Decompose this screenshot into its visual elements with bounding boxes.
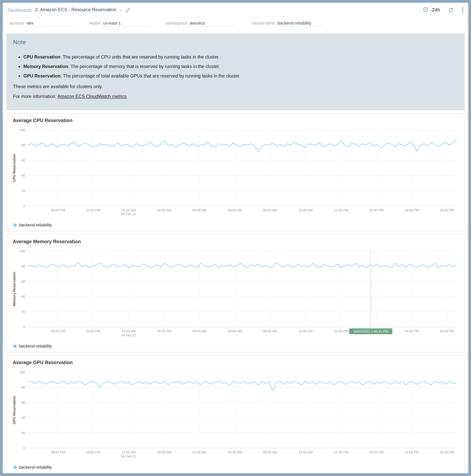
svg-text:08:00 AM: 08:00 AM [263,329,277,333]
legend-label: backend-reliability [19,465,52,470]
note-panel: Note CPU Reservation: The percentage of … [6,34,465,110]
series-color-dot [13,223,16,227]
note-link-prefix: For more information: [13,94,58,99]
svg-text:04:00 PM: 04:00 PM [405,208,419,212]
legend-item-cpu[interactable]: backend-reliability [10,221,461,229]
filter-namespace: namespace aws/ecs [165,21,237,27]
chart-title-memory: Average Memory Reservation [13,239,461,244]
svg-text:06:00 AM: 06:00 AM [228,208,242,212]
svg-text:02:00 AM: 02:00 AM [157,208,171,212]
svg-text:80: 80 [21,264,25,268]
svg-text:06:00 AM: 06:00 AM [228,329,242,333]
legend-label: backend-reliability [19,344,52,349]
filter-clustername-value[interactable]: backend-reliability [277,21,325,27]
legend-label: backend-reliability [19,223,52,228]
svg-text:04:00 PM: 04:00 PM [405,329,419,333]
note-bullet-cpu: CPU Reservation: The percentage of CPU u… [23,54,458,60]
cpu-reservation-chart[interactable]: 02040608010008:00 PM10:00 PM12:00 AM04 F… [10,126,461,221]
share-link-icon[interactable] [125,7,130,13]
svg-text:20: 20 [21,431,25,435]
svg-text:08:00 PM: 08:00 PM [51,450,65,454]
clock-icon [423,7,428,13]
svg-text:0: 0 [23,446,25,450]
svg-text:40: 40 [21,295,25,299]
svg-text:06:00 PM: 06:00 PM [440,208,454,212]
svg-text:60: 60 [21,158,25,162]
filter-account: account dev [9,21,74,27]
svg-text:12:00 AM: 12:00 AM [122,329,136,333]
filter-region: region us-east-1 [89,21,150,27]
time-range-value[interactable]: -24h [430,7,440,13]
legend-item-gpu[interactable]: backend-reliability [10,463,461,471]
svg-text:10:00 PM: 10:00 PM [86,329,100,333]
svg-text:06:00 PM: 06:00 PM [440,329,454,333]
svg-text:02:00 PM: 02:00 PM [369,450,384,454]
svg-text:10:00 AM: 10:00 AM [299,329,313,333]
svg-text:20: 20 [21,189,25,193]
svg-text:12:00 AM: 12:00 AM [122,450,136,454]
svg-text:40: 40 [21,174,25,178]
svg-text:04 Feb 21: 04 Feb 21 [121,212,136,216]
note-bullet-list: CPU Reservation: The percentage of CPU u… [13,54,458,79]
svg-text:04:00 AM: 04:00 AM [192,208,206,212]
filter-label: namespace [165,21,187,26]
gpu-reservation-chart[interactable]: 02040608010008:00 PM10:00 PM12:00 AM04 F… [10,369,461,463]
svg-text:CPU Reservation: CPU Reservation [12,154,16,182]
svg-text:10:00 AM: 10:00 AM [299,450,313,454]
svg-text:40: 40 [21,416,25,420]
chevron-down-icon[interactable] [119,7,122,13]
svg-text:04:00 PM: 04:00 PM [405,450,419,454]
breadcrumb[interactable]: Dashboards [8,7,32,13]
svg-text:04 Feb 21: 04 Feb 21 [121,333,136,337]
legend-item-memory[interactable]: backend-reliability [10,342,461,350]
svg-text:GPU Reservation: GPU Reservation [12,396,16,424]
filter-label: account [9,21,24,26]
svg-text:04:00 AM: 04:00 AM [192,329,206,333]
dashboard-title-dropdown[interactable]: 2. Amazon ECS - Resource Reservation [35,7,122,13]
svg-text:12:00 PM: 12:00 PM [334,450,348,454]
filter-label: clustername [252,21,275,26]
svg-text:08:00 PM: 08:00 PM [51,329,65,333]
svg-text:20: 20 [21,310,25,314]
svg-text:02:00 AM: 02:00 AM [157,450,171,454]
filter-region-value[interactable]: us-east-1 [103,21,150,27]
chart-title-cpu: Average CPU Reservation [13,118,461,123]
cloudwatch-metrics-link[interactable]: Amazon ECS CloudWatch metrics [58,94,127,99]
time-range-picker[interactable]: -24h [423,7,440,13]
svg-text:100: 100 [20,249,25,253]
note-bullet-memory: Memory Reservation: The percentage of me… [23,63,458,69]
memory-reservation-chart[interactable]: 02040608010008:00 PM10:00 PM12:00 AM04 F… [10,247,461,342]
cpu-reservation-panel: Average CPU Reservation 02040608010008:0… [6,113,465,231]
note-bullet-gpu: GPU Reservation: The percentage of total… [23,72,458,79]
filter-label: region [89,21,100,26]
svg-text:0: 0 [23,204,25,208]
svg-text:06:00 AM: 06:00 AM [228,450,242,454]
svg-text:10:00 PM: 10:00 PM [86,450,100,454]
svg-text:04 Feb 21: 04 Feb 21 [121,454,136,458]
series-color-dot [13,466,16,469]
svg-text:04/02/2021 1:50:31 PM: 04/02/2021 1:50:31 PM [354,330,388,333]
series-color-dot [13,345,16,348]
header-actions: -24h [423,7,463,13]
svg-text:08:00 AM: 08:00 AM [263,208,277,212]
refresh-icon[interactable] [449,7,454,13]
svg-text:0: 0 [23,325,25,329]
svg-text:60: 60 [21,280,25,283]
filter-account-value[interactable]: dev [27,21,74,27]
svg-text:12:00 PM: 12:00 PM [334,208,348,212]
svg-text:12:00 AM: 12:00 AM [122,208,136,212]
page-title[interactable]: 2. Amazon ECS - Resource Reservation [35,7,116,13]
svg-text:80: 80 [21,386,25,390]
svg-text:02:00 AM: 02:00 AM [157,329,171,333]
dashboard-page: Dashboards 2. Amazon ECS - Resource Rese… [0,0,471,476]
filter-namespace-value[interactable]: aws/ecs [190,21,237,27]
dashboard-header: Dashboards 2. Amazon ECS - Resource Rese… [3,3,468,17]
svg-text:10:00 AM: 10:00 AM [299,208,313,212]
svg-text:Memory Reservation: Memory Reservation [12,272,16,306]
svg-text:10:00 PM: 10:00 PM [86,208,100,212]
dashboard-body: Note CPU Reservation: The percentage of … [3,30,468,473]
kebab-menu-icon[interactable] [462,7,463,13]
svg-text:100: 100 [20,370,25,374]
dashboard-frame: Dashboards 2. Amazon ECS - Resource Rese… [3,3,468,473]
svg-text:100: 100 [20,128,25,132]
